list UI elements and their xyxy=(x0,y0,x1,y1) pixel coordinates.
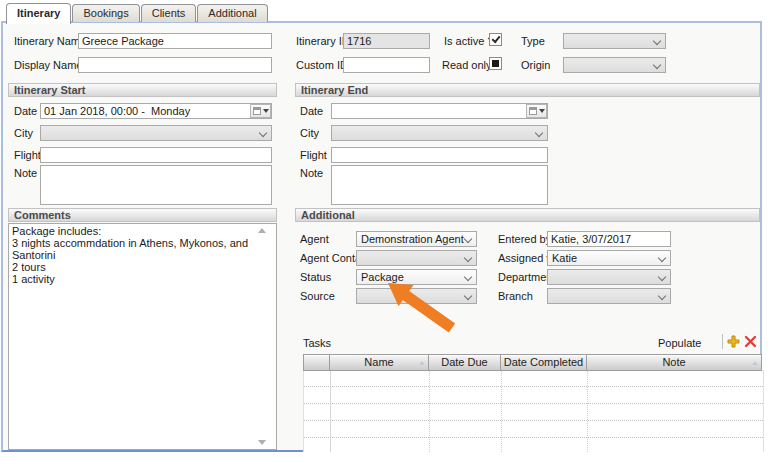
tasks-table-body[interactable] xyxy=(303,370,764,452)
agent-select-value: Demonstration Agent xyxy=(361,233,464,246)
source-label: Source xyxy=(300,290,335,303)
chevron-down-icon xyxy=(464,235,472,243)
comments-textarea[interactable]: Package includes: 3 nights accommdation … xyxy=(8,223,277,450)
itinerary-start-header: Itinerary Start xyxy=(8,83,277,97)
sort-icon xyxy=(419,361,425,365)
tab-itinerary[interactable]: Itinerary xyxy=(6,3,71,24)
entered-by-label: Entered by xyxy=(498,233,551,246)
end-date-picker-button[interactable] xyxy=(526,104,547,118)
itinerary-name-label: Itinerary Name xyxy=(14,35,86,48)
tasks-col-name-label: Name xyxy=(364,356,393,368)
column-divider xyxy=(429,370,430,452)
type-label: Type xyxy=(521,35,545,48)
tasks-col-date-due-label: Date Due xyxy=(441,356,487,368)
chevron-down-icon xyxy=(464,273,472,281)
is-active-label: Is active ? xyxy=(444,35,494,48)
chevron-down-icon xyxy=(658,273,666,281)
chevron-down-icon xyxy=(658,292,666,300)
origin-label: Origin xyxy=(521,59,550,72)
start-note-textarea[interactable] xyxy=(40,165,272,205)
agent-contact-select[interactable] xyxy=(356,250,477,266)
end-city-label: City xyxy=(300,127,319,140)
table-row[interactable] xyxy=(304,404,763,421)
chevron-down-icon xyxy=(464,254,472,262)
tasks-col-date-completed-label: Date Completed xyxy=(504,356,584,368)
display-name-input[interactable] xyxy=(78,57,272,73)
tasks-col-date-completed[interactable]: Date Completed xyxy=(500,354,587,371)
end-date-input[interactable] xyxy=(331,103,548,119)
start-date-picker-button[interactable] xyxy=(250,104,271,118)
toolbar-divider xyxy=(722,334,723,349)
table-row[interactable] xyxy=(304,438,763,452)
chevron-down-icon xyxy=(653,61,661,69)
itinerary-id-label: Itinerary ID xyxy=(296,35,350,48)
end-note-textarea[interactable] xyxy=(331,165,548,205)
tasks-col-note[interactable]: Note xyxy=(586,354,762,371)
chevron-down-icon xyxy=(658,254,666,262)
calendar-icon xyxy=(253,107,261,115)
delete-task-icon[interactable] xyxy=(744,335,757,348)
end-city-select[interactable] xyxy=(331,125,548,141)
sort-icon xyxy=(752,361,758,365)
custom-id-input[interactable] xyxy=(343,57,430,73)
tasks-col-select[interactable] xyxy=(303,354,330,371)
status-select-value: Package xyxy=(361,271,404,284)
tab-clients[interactable]: Clients xyxy=(141,4,197,22)
itinerary-id-field xyxy=(343,33,430,49)
tasks-col-note-label: Note xyxy=(662,356,685,368)
scroll-down-icon[interactable] xyxy=(258,440,266,445)
source-select[interactable] xyxy=(356,288,477,304)
column-divider xyxy=(587,370,588,452)
start-date-input[interactable] xyxy=(40,103,272,119)
end-flight-input[interactable] xyxy=(331,147,548,163)
start-flight-label: Flight xyxy=(14,149,41,162)
tab-bookings[interactable]: Bookings xyxy=(72,4,139,22)
end-date-label: Date xyxy=(300,105,323,118)
chevron-down-icon xyxy=(259,129,267,137)
tab-bar: Itinerary Bookings Clients Additional xyxy=(6,2,269,22)
display-name-label: Display Name xyxy=(14,59,82,72)
is-active-checkbox[interactable] xyxy=(489,33,502,46)
dropdown-arrow-icon xyxy=(263,109,269,113)
department-select[interactable] xyxy=(547,269,671,285)
status-label: Status xyxy=(300,271,331,284)
end-note-label: Note xyxy=(300,167,323,180)
comments-header: Comments xyxy=(8,208,277,222)
end-flight-label: Flight xyxy=(300,149,327,162)
start-date-label: Date xyxy=(14,105,37,118)
custom-id-label: Custom ID xyxy=(296,59,348,72)
read-only-checkbox[interactable] xyxy=(489,57,502,70)
agent-select[interactable]: Demonstration Agent xyxy=(356,231,477,247)
dropdown-arrow-icon xyxy=(539,109,545,113)
table-row[interactable] xyxy=(304,421,763,438)
chevron-down-icon xyxy=(653,37,661,45)
type-select[interactable] xyxy=(563,33,666,49)
scroll-up-icon[interactable] xyxy=(258,228,266,233)
entered-by-input[interactable] xyxy=(547,231,671,247)
itinerary-name-input[interactable] xyxy=(78,33,272,49)
itinerary-window: Itinerary Bookings Clients Additional It… xyxy=(0,0,768,462)
branch-label: Branch xyxy=(498,290,533,303)
chevron-down-icon xyxy=(464,292,472,300)
populate-button[interactable]: Populate xyxy=(658,336,701,350)
origin-select[interactable] xyxy=(563,57,666,73)
tasks-label: Tasks xyxy=(303,337,331,350)
chevron-down-icon xyxy=(535,129,543,137)
start-city-label: City xyxy=(14,127,33,140)
assigned-to-select[interactable]: Katie xyxy=(547,250,671,266)
branch-select[interactable] xyxy=(547,288,671,304)
table-row[interactable] xyxy=(304,387,763,404)
start-flight-input[interactable] xyxy=(40,147,272,163)
assigned-to-value: Katie xyxy=(552,252,577,265)
add-task-icon[interactable] xyxy=(727,335,740,348)
start-city-select[interactable] xyxy=(40,125,272,141)
tasks-col-name[interactable]: Name xyxy=(329,354,429,371)
tab-additional[interactable]: Additional xyxy=(197,4,267,22)
status-select[interactable]: Package xyxy=(356,269,477,285)
agent-label: Agent xyxy=(300,233,329,246)
itinerary-end-header: Itinerary End xyxy=(295,83,760,97)
calendar-icon xyxy=(529,107,537,115)
column-divider xyxy=(501,370,502,452)
tasks-col-date-due[interactable]: Date Due xyxy=(428,354,501,371)
table-row[interactable] xyxy=(304,370,763,387)
